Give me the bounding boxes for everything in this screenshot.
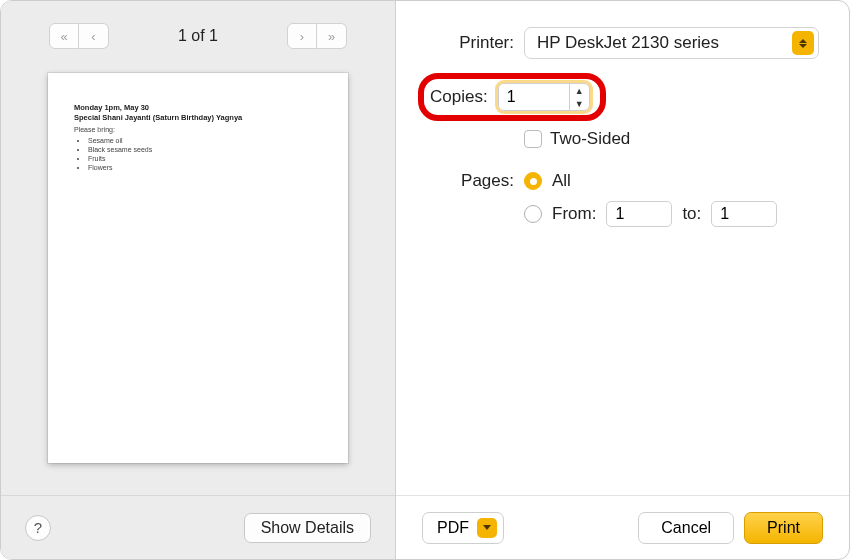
pages-label: Pages: (426, 171, 514, 191)
two-sided-checkbox[interactable] (524, 130, 542, 148)
chevron-right-icon: › (300, 29, 304, 44)
preview-pane: « ‹ 1 of 1 › » Monday 1pm, May 30 Specia… (1, 1, 396, 559)
pdf-label: PDF (437, 519, 469, 537)
pages-range-group: From: to: (552, 201, 777, 227)
copies-highlight: Copies: ▲ ▼ (418, 73, 606, 121)
updown-icon (792, 31, 814, 55)
right-footer: PDF Cancel Print (396, 495, 849, 559)
pages-all-radio[interactable] (524, 172, 542, 190)
pdf-menu-button[interactable]: PDF (422, 512, 504, 544)
chevron-down-icon (477, 518, 497, 538)
nav-first-button[interactable]: « (49, 23, 79, 49)
help-button[interactable]: ? (25, 515, 51, 541)
help-icon: ? (34, 519, 42, 536)
pages-to-input[interactable] (711, 201, 777, 227)
pages-from-label: From: (552, 204, 596, 224)
doc-heading-1: Monday 1pm, May 30 (74, 103, 322, 113)
nav-next-group: › » (287, 23, 347, 49)
print-dialog: « ‹ 1 of 1 › » Monday 1pm, May 30 Specia… (0, 0, 850, 560)
page-preview: Monday 1pm, May 30 Special Shani Jayanti… (48, 73, 348, 463)
nav-prev-group: « ‹ (49, 23, 109, 49)
nav-next-button[interactable]: › (287, 23, 317, 49)
page-indicator: 1 of 1 (178, 27, 218, 45)
doc-list-item: Fruits (88, 154, 322, 163)
chevron-double-right-icon: » (328, 29, 335, 44)
nav-prev-button[interactable]: ‹ (79, 23, 109, 49)
printer-select[interactable]: HP DeskJet 2130 series (524, 27, 819, 59)
copies-row: Copies: ▲ ▼ (426, 73, 819, 121)
options-pane: Printer: HP DeskJet 2130 series Copies: … (396, 1, 849, 559)
copies-input[interactable] (499, 84, 569, 110)
preview-wrap: Monday 1pm, May 30 Special Shani Jayanti… (1, 67, 395, 495)
cancel-button[interactable]: Cancel (638, 512, 734, 544)
chevron-double-left-icon: « (60, 29, 67, 44)
pages-to-label: to: (682, 204, 701, 224)
copies-label: Copies: (430, 87, 488, 107)
doc-subhead: Please bring: (74, 125, 322, 134)
pages-range-radio[interactable] (524, 205, 542, 223)
doc-list-item: Flowers (88, 163, 322, 172)
stepper-up-icon[interactable]: ▲ (570, 84, 589, 97)
left-footer: ? Show Details (1, 495, 395, 559)
stepper-down-icon[interactable]: ▼ (570, 97, 589, 110)
chevron-left-icon: ‹ (91, 29, 95, 44)
doc-list-item: Black sesame seeds (88, 145, 322, 154)
stepper-arrows: ▲ ▼ (569, 84, 589, 110)
nav-last-button[interactable]: » (317, 23, 347, 49)
copies-stepper[interactable]: ▲ ▼ (498, 83, 590, 111)
pages-all-label: All (552, 171, 571, 191)
two-sided-row: Two-Sided (426, 129, 819, 149)
preview-nav: « ‹ 1 of 1 › » (1, 1, 395, 67)
pages-from-input[interactable] (606, 201, 672, 227)
pages-row-range: From: to: (426, 201, 819, 227)
printer-value: HP DeskJet 2130 series (537, 33, 719, 53)
printer-row: Printer: HP DeskJet 2130 series (426, 27, 819, 59)
doc-list-item: Sesame oil (88, 136, 322, 145)
doc-heading-2: Special Shani Jayanti (Saturn Birthday) … (74, 113, 322, 123)
doc-list: Sesame oil Black sesame seeds Fruits Flo… (88, 136, 322, 172)
printer-label: Printer: (426, 33, 514, 53)
print-button[interactable]: Print (744, 512, 823, 544)
pages-row-all: Pages: All (426, 171, 819, 191)
show-details-button[interactable]: Show Details (244, 513, 371, 543)
print-form: Printer: HP DeskJet 2130 series Copies: … (396, 1, 849, 495)
two-sided-label: Two-Sided (550, 129, 630, 149)
